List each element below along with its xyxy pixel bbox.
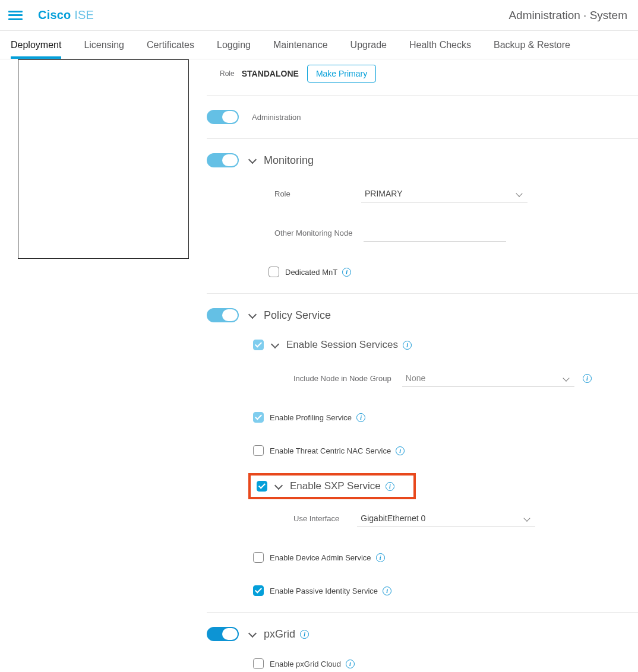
dedicated-mnt-row: Dedicated MnT i <box>207 261 638 283</box>
divider <box>207 138 638 139</box>
device-admin-row: Enable Device Admin Service i <box>207 547 638 568</box>
info-icon[interactable]: i <box>386 482 394 491</box>
breadcrumb: Administration · System <box>508 9 627 22</box>
divider <box>207 293 638 294</box>
threat-centric-label: Enable Threat Centric NAC Service <box>270 446 391 455</box>
chevron-down-icon <box>517 191 523 197</box>
main-area: Role STANDALONE Make Primary Administrat… <box>0 59 638 672</box>
policy-service-title: Policy Service <box>264 309 331 322</box>
administration-row: Administration <box>207 106 638 128</box>
info-icon[interactable]: i <box>342 268 351 277</box>
monitoring-header: Monitoring <box>207 150 638 171</box>
sxp-interface-row: Use Interface GigabitEthernet 0 <box>207 508 638 529</box>
brand: Cisco ISE <box>38 8 94 22</box>
menu-icon[interactable] <box>7 8 24 23</box>
role-label: Role <box>220 69 235 78</box>
chevron-down-icon[interactable] <box>248 156 257 164</box>
node-group-label: Include Node in Node Group <box>293 374 391 383</box>
role-row: Role STANDALONE Make Primary <box>207 63 638 84</box>
info-icon[interactable]: i <box>403 341 412 350</box>
chevron-down-icon <box>564 376 570 382</box>
threat-centric-checkbox[interactable] <box>253 445 264 456</box>
pxgrid-cloud-checkbox[interactable] <box>253 658 264 669</box>
passive-identity-label: Enable Passive Identity Service <box>270 587 378 595</box>
passive-identity-checkbox[interactable] <box>253 585 264 596</box>
tab-logging[interactable]: Logging <box>217 31 251 59</box>
info-icon[interactable]: i <box>396 446 405 455</box>
chevron-down-icon[interactable] <box>271 341 279 349</box>
sxp-highlight-wrap: Enable SXP Service i <box>207 473 638 499</box>
profiling-label: Enable Profiling Service <box>270 413 352 422</box>
monitoring-role-select-wrap: PRIMARY <box>361 185 528 202</box>
sxp-highlight: Enable SXP Service i <box>248 473 416 499</box>
tabs: Deployment Licensing Certificates Loggin… <box>0 31 638 59</box>
info-icon[interactable]: i <box>300 630 309 639</box>
role-value: STANDALONE <box>242 69 299 78</box>
info-icon[interactable]: i <box>383 587 391 595</box>
node-group-row: Include Node in Node Group None i <box>207 367 638 389</box>
chevron-down-icon[interactable] <box>274 482 283 490</box>
administration-toggle[interactable] <box>207 110 239 124</box>
pxgrid-toggle[interactable] <box>207 627 239 641</box>
brand-ise: ISE <box>74 8 94 21</box>
other-monitoring-input[interactable] <box>364 224 506 242</box>
pxgrid-header: pxGrid i <box>207 623 638 645</box>
tab-deployment[interactable]: Deployment <box>11 31 61 59</box>
profiling-row: Enable Profiling Service i <box>207 407 638 428</box>
chevron-down-icon <box>525 516 530 522</box>
content: Role STANDALONE Make Primary Administrat… <box>189 59 638 672</box>
info-icon[interactable]: i <box>376 553 385 562</box>
chevron-down-icon[interactable] <box>248 630 257 638</box>
info-icon[interactable]: i <box>356 413 365 422</box>
sxp-checkbox[interactable] <box>257 481 267 492</box>
pxgrid-title: pxGrid <box>264 628 295 641</box>
tab-backup-restore[interactable]: Backup & Restore <box>494 31 570 59</box>
policy-service-header: Policy Service <box>207 305 638 326</box>
session-services-title: Enable Session Services <box>286 339 398 351</box>
info-icon[interactable]: i <box>583 374 592 383</box>
tab-certificates[interactable]: Certificates <box>147 31 194 59</box>
monitoring-toggle[interactable] <box>207 153 239 167</box>
administration-label: Administration <box>252 113 301 122</box>
tab-health-checks[interactable]: Health Checks <box>409 31 471 59</box>
divider <box>207 612 638 613</box>
threat-centric-row: Enable Threat Centric NAC Service i <box>207 440 638 461</box>
passive-identity-row: Enable Passive Identity Service i <box>207 580 638 601</box>
device-admin-checkbox[interactable] <box>253 552 264 563</box>
chevron-down-icon[interactable] <box>248 311 257 319</box>
pxgrid-cloud-row: Enable pxGrid Cloud i <box>207 653 638 672</box>
session-services-checkbox[interactable] <box>253 340 264 350</box>
sxp-interface-select-wrap: GigabitEthernet 0 <box>357 510 535 527</box>
session-services-row: Enable Session Services i <box>207 334 638 356</box>
other-monitoring-row: Other Monitoring Node <box>207 222 638 243</box>
other-monitoring-select-wrap <box>364 224 506 242</box>
sxp-title: Enable SXP Service <box>290 480 381 492</box>
sxp-interface-select[interactable]: GigabitEthernet 0 <box>357 510 535 527</box>
device-admin-label: Enable Device Admin Service <box>270 553 371 562</box>
divider <box>207 95 638 96</box>
info-icon[interactable]: i <box>346 660 355 668</box>
dedicated-mnt-label: Dedicated MnT <box>285 268 337 277</box>
tab-licensing[interactable]: Licensing <box>84 31 124 59</box>
monitoring-role-label: Role <box>274 189 340 198</box>
tab-upgrade[interactable]: Upgrade <box>350 31 387 59</box>
monitoring-title: Monitoring <box>264 154 314 167</box>
other-monitoring-label: Other Monitoring Node <box>274 229 364 237</box>
make-primary-button[interactable]: Make Primary <box>307 65 376 83</box>
profiling-checkbox[interactable] <box>253 412 264 423</box>
dedicated-mnt-checkbox[interactable] <box>269 267 279 277</box>
node-group-select-wrap: None <box>402 370 574 387</box>
monitoring-role-row: Role PRIMARY <box>207 183 638 204</box>
tab-maintenance[interactable]: Maintenance <box>273 31 328 59</box>
brand-cisco: Cisco <box>38 8 71 21</box>
top-bar: Cisco ISE Administration · System <box>0 0 638 31</box>
monitoring-role-select[interactable]: PRIMARY <box>361 185 528 202</box>
sxp-interface-label: Use Interface <box>293 514 339 523</box>
sidebar-panel <box>18 59 189 259</box>
policy-service-toggle[interactable] <box>207 308 239 322</box>
pxgrid-cloud-label: Enable pxGrid Cloud <box>270 660 341 668</box>
node-group-select[interactable]: None <box>402 370 574 387</box>
